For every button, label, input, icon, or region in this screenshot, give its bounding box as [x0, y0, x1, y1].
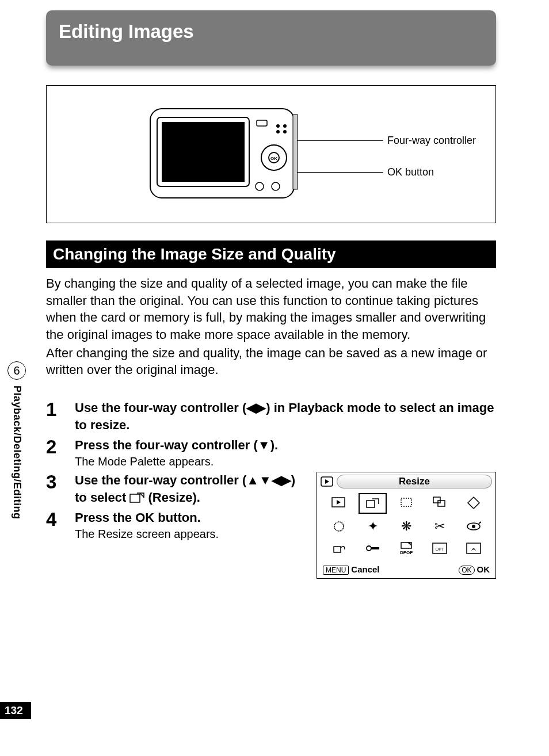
mode-palette-screenshot: Resize ✦ ❋ ✂ DPOF OPT	[317, 472, 496, 579]
svg-point-28	[367, 546, 371, 551]
step-2: 2 Press the four-way controller (▼). The…	[46, 437, 496, 468]
triangle-down-icon: ▼	[258, 437, 270, 454]
palette-icon-brightness: ✦	[359, 517, 386, 536]
ok-key-label: OK	[459, 566, 474, 575]
svg-marker-23	[468, 497, 479, 509]
camera-illustration-box: OK Four-way controller OK button	[46, 85, 496, 223]
intro-text: By changing the size and quality of a se…	[46, 275, 496, 379]
palette-icon-filter2: ❋	[392, 517, 420, 536]
palette-icon-grid: ✦ ❋ ✂ DPOF OPT	[317, 491, 495, 562]
palette-icon-resize-selected	[359, 493, 386, 514]
svg-text:OPT: OPT	[436, 547, 444, 551]
svg-rect-3	[257, 120, 267, 126]
chapter-header: Editing Images	[46, 10, 496, 66]
menu-key-label: MENU	[323, 566, 349, 575]
camera-illustration: OK	[144, 97, 306, 212]
callout-ok-button: OK button	[387, 166, 434, 178]
palette-ok: OKOK	[459, 564, 490, 575]
triangle-right-icon: ▶	[281, 472, 291, 489]
palette-icon-startup: OPT	[426, 539, 453, 558]
svg-rect-22	[438, 501, 445, 506]
triangle-left-icon: ◀	[272, 472, 281, 489]
svg-point-5	[283, 124, 287, 128]
palette-icon-rotate	[460, 493, 487, 511]
svg-point-24	[334, 522, 344, 531]
svg-point-11	[256, 182, 264, 190]
svg-point-12	[272, 182, 280, 190]
palette-cancel: MENUCancel	[323, 564, 380, 575]
svg-rect-19	[367, 501, 375, 507]
intro-paragraph-2: After changing the size and quality, the…	[46, 345, 496, 379]
step-number: 3	[46, 472, 75, 506]
palette-icon-protect	[359, 539, 386, 558]
page-number: 132	[0, 702, 31, 719]
step-4: 4 Press the OK button. The Resize screen…	[46, 509, 299, 541]
step-3: 3 Use the four-way controller (▲▼◀▶) to …	[46, 472, 299, 506]
svg-point-6	[276, 130, 280, 133]
palette-icon-copy	[426, 493, 453, 511]
svg-point-7	[283, 130, 287, 133]
section-title: Changing the Image Size and Quality	[53, 245, 336, 263]
side-tab: 6 Playback/Deleting/Editing	[0, 361, 33, 520]
step-2-desc: The Mode Palette appears.	[75, 455, 496, 468]
step-number: 1	[46, 399, 75, 433]
step-4-title: Press the OK button.	[75, 509, 299, 526]
svg-marker-18	[337, 500, 341, 505]
triangle-down-icon: ▼	[259, 472, 272, 489]
svg-rect-21	[433, 497, 440, 503]
step-3-title: Use the four-way controller (▲▼◀▶) to se…	[75, 472, 299, 506]
intro-paragraph-1: By changing the size and quality of a se…	[46, 275, 496, 343]
svg-point-4	[276, 124, 280, 128]
palette-icon-redeye	[460, 517, 487, 536]
triangle-left-icon: ◀	[246, 399, 256, 417]
svg-point-26	[472, 525, 475, 528]
triangle-up-icon: ▲	[246, 472, 259, 489]
step-1: 1 Use the four-way controller (◀▶) in Pl…	[46, 399, 496, 433]
chapter-title: Editing Images	[59, 21, 194, 42]
resize-icon	[129, 492, 144, 503]
palette-icon-trimming	[392, 493, 420, 511]
palette-icon-movie-edit: ✂	[426, 517, 453, 536]
svg-text:OK: OK	[270, 156, 277, 161]
svg-rect-29	[371, 547, 379, 549]
playback-icon	[321, 476, 333, 487]
step-number: 4	[46, 509, 75, 541]
svg-marker-16	[325, 479, 329, 484]
palette-icon-frame	[460, 539, 487, 558]
steps-list: 1 Use the four-way controller (◀▶) in Pl…	[46, 399, 496, 544]
triangle-right-icon: ▶	[256, 399, 266, 417]
palette-icon-dpof: DPOF	[392, 539, 420, 558]
step-number: 2	[46, 437, 75, 468]
svg-rect-2	[162, 122, 245, 182]
step-1-title: Use the four-way controller (◀▶) in Play…	[75, 399, 496, 433]
section-heading: Changing the Image Size and Quality	[46, 240, 496, 268]
step-4-desc: The Resize screen appears.	[75, 528, 299, 541]
svg-rect-13	[293, 114, 298, 189]
palette-icon-voice-memo	[325, 539, 353, 558]
svg-rect-27	[334, 547, 341, 552]
svg-rect-20	[401, 498, 411, 506]
chapter-number-badge: 6	[7, 361, 26, 380]
svg-rect-14	[130, 494, 140, 502]
side-section-label: Playback/Deleting/Editing	[11, 385, 23, 520]
palette-title: Resize	[337, 475, 492, 488]
palette-icon-filter1	[325, 517, 353, 536]
step-2-title: Press the four-way controller (▼).	[75, 437, 496, 454]
palette-icon-slideshow	[325, 493, 353, 511]
callout-four-way-controller: Four-way controller	[387, 135, 476, 147]
